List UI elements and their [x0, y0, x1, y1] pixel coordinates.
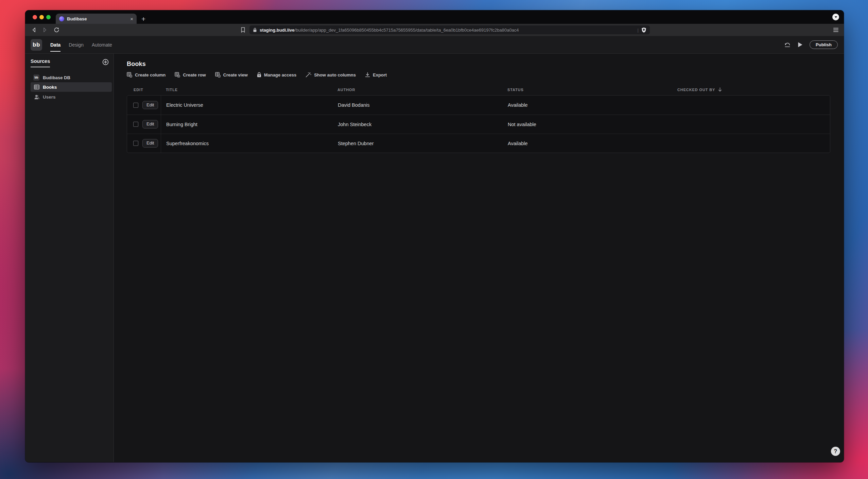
tab-data[interactable]: Data: [50, 36, 60, 53]
edit-row-button[interactable]: Edit: [142, 101, 158, 109]
edit-row-button[interactable]: Edit: [142, 139, 158, 148]
column-header-checked-out-by[interactable]: CHECKED OUT BY: [672, 87, 830, 92]
bookmark-icon[interactable]: [241, 27, 245, 33]
sidebar-books-label: Books: [43, 85, 57, 90]
show-auto-columns-label: Show auto columns: [314, 72, 356, 78]
back-button[interactable]: [31, 27, 37, 33]
row-edit-cell: Edit: [127, 96, 161, 115]
create-column-button[interactable]: Create column: [127, 72, 166, 78]
download-icon: [365, 72, 370, 78]
cell-author[interactable]: David Bodanis: [333, 96, 503, 115]
show-auto-columns-button[interactable]: Show auto columns: [306, 72, 356, 78]
export-button[interactable]: Export: [365, 72, 387, 78]
preview-play-icon[interactable]: [798, 42, 803, 48]
publish-button[interactable]: Publish: [810, 40, 838, 49]
table-actionbar: Create column Create row: [127, 72, 830, 78]
column-header-edit: EDIT: [127, 87, 161, 92]
table-add-column-icon: [127, 72, 132, 78]
books-table: Edit Electric Universe David Bodanis Ava…: [127, 95, 830, 153]
checked-out-by-label: CHECKED OUT BY: [677, 88, 715, 92]
budibase-logo[interactable]: bb: [31, 39, 42, 51]
sources-list: bb Budibase DB Books: [25, 73, 114, 102]
url-separator: |: [638, 28, 639, 33]
column-header-status[interactable]: STATUS: [502, 87, 672, 92]
cell-checked-out-by[interactable]: [673, 96, 830, 115]
manage-access-label: Manage access: [264, 72, 296, 78]
sidebar-item-budibase-db[interactable]: bb Budibase DB: [25, 73, 114, 82]
new-tab-button[interactable]: +: [141, 15, 145, 22]
export-label: Export: [373, 72, 387, 78]
edit-row-button[interactable]: Edit: [142, 120, 158, 129]
app-header-actions: Publish: [784, 36, 838, 53]
browser-window: Budibase × +: [25, 10, 844, 462]
reload-button[interactable]: [54, 27, 59, 33]
users-icon: [34, 95, 39, 100]
table-icon: [34, 85, 39, 89]
close-window-button[interactable]: [33, 15, 37, 19]
chevron-down-icon: [834, 16, 837, 18]
tab-search-button[interactable]: [832, 14, 839, 20]
zoom-window-button[interactable]: [46, 15, 51, 19]
tab-automate[interactable]: Automate: [92, 36, 112, 53]
create-row-label: Create row: [183, 72, 206, 78]
add-source-button[interactable]: [102, 59, 109, 65]
create-view-label: Create view: [223, 72, 248, 78]
lock-icon: [253, 28, 257, 32]
table-header-row: EDIT TITLE AUTHOR STATUS CHECKED OUT BY: [127, 87, 830, 92]
cell-title[interactable]: Burning Bright: [161, 115, 333, 134]
browser-tab-budibase[interactable]: Budibase ×: [56, 14, 137, 24]
cell-author[interactable]: Stephen Dubner: [333, 134, 503, 153]
sources-title[interactable]: Sources: [31, 58, 50, 67]
row-edit-cell: Edit: [127, 115, 161, 134]
tab-design[interactable]: Design: [69, 36, 84, 53]
sidebar-users-label: Users: [43, 95, 56, 100]
row-edit-cell: Edit: [127, 134, 161, 153]
cell-checked-out-by[interactable]: [673, 134, 830, 153]
table-view-icon: [215, 72, 221, 78]
cell-title[interactable]: Superfreakonomics: [161, 134, 333, 153]
row-checkbox[interactable]: [133, 122, 138, 127]
table-row: Edit Burning Bright John Steinbeck Not a…: [127, 115, 830, 134]
cell-status[interactable]: Not available: [503, 115, 673, 134]
column-header-title[interactable]: TITLE: [161, 87, 332, 92]
app-body: Sources bb Budibase DB: [25, 54, 844, 462]
cell-author[interactable]: John Steinbeck: [333, 115, 503, 134]
cell-status[interactable]: Available: [503, 134, 673, 153]
desktop-wallpaper: Budibase × +: [0, 0, 868, 479]
sidebar-item-users[interactable]: Users: [31, 92, 112, 102]
help-button[interactable]: ?: [831, 447, 840, 456]
sources-header: Sources: [25, 58, 114, 67]
browser-toolbar: staging.budi.live/builder/app/app_dev_1f…: [25, 24, 844, 36]
minimize-window-button[interactable]: [39, 15, 44, 19]
table-row: Edit Electric Universe David Bodanis Ava…: [127, 96, 830, 115]
cell-checked-out-by[interactable]: [673, 115, 830, 134]
url-bar[interactable]: staging.budi.live/builder/app/app_dev_1f…: [249, 25, 650, 34]
manage-access-button[interactable]: Manage access: [257, 72, 296, 78]
table-main-panel: Books Create column: [114, 54, 844, 462]
budibase-db-icon: bb: [33, 74, 39, 81]
page-title: Books: [127, 61, 830, 68]
table-add-row-icon: [175, 72, 180, 78]
forward-button[interactable]: [42, 27, 48, 33]
cell-title[interactable]: Electric Universe: [161, 96, 333, 115]
row-checkbox[interactable]: [133, 103, 138, 108]
create-view-button[interactable]: Create view: [215, 72, 248, 78]
browser-menu-button[interactable]: [833, 28, 838, 32]
url-domain: staging.budi.live: [260, 28, 295, 33]
sidebar-item-books[interactable]: Books: [31, 82, 112, 92]
brave-shield-icon[interactable]: [641, 27, 646, 33]
magic-wand-icon: [306, 72, 311, 78]
app-header: bb Data Design Automate Publish: [25, 36, 844, 54]
close-tab-icon[interactable]: ×: [130, 16, 133, 21]
sort-descending-icon: [718, 87, 722, 92]
revert-icon[interactable]: [784, 42, 791, 48]
column-header-author[interactable]: AUTHOR: [332, 87, 502, 92]
row-checkbox[interactable]: [133, 141, 138, 146]
url-text: staging.budi.live/builder/app/app_dev_1f…: [260, 28, 519, 33]
url-path: /builder/app/app_dev_1fa65096b850455bb4c…: [295, 28, 519, 33]
lock-icon: [257, 72, 261, 78]
cell-status[interactable]: Available: [503, 96, 673, 115]
app-nav-tabs: Data Design Automate: [50, 36, 112, 53]
create-row-button[interactable]: Create row: [175, 72, 206, 78]
tab-title: Budibase: [67, 16, 127, 21]
